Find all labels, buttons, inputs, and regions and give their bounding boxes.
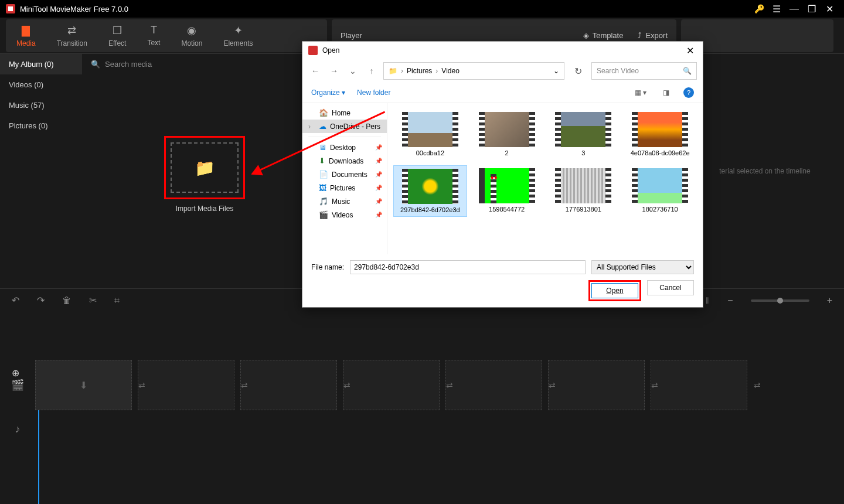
app-icon [6, 4, 15, 13]
tree-node-videos[interactable]: 🎬Videos📌 [302, 208, 387, 222]
template-button[interactable]: ◈Template [583, 31, 624, 40]
zoom-slider[interactable] [751, 299, 809, 302]
file-item[interactable]: 3 [547, 109, 621, 159]
file-item[interactable]: 1598544772 [470, 165, 544, 217]
minimize-icon[interactable]: — [785, 0, 803, 18]
swap-icon[interactable]: ⇄ [754, 380, 761, 390]
view-mode-button[interactable]: ▦ ▾ [632, 88, 649, 97]
tab-motion[interactable]: ◉Motion [171, 19, 213, 52]
cancel-button[interactable]: Cancel [647, 280, 694, 295]
dialog-toolbar: Organize ▾ New folder ▦ ▾ ◨ ? [302, 83, 703, 103]
file-thumbnail [479, 112, 535, 147]
nav-recent-button[interactable]: ⌄ [346, 66, 360, 76]
dialog-footer: File name: All Supported Files Open Canc… [302, 254, 703, 307]
add-track-button[interactable]: ⊕ [12, 367, 19, 379]
tree-node-documents[interactable]: 📄Documents📌 [302, 168, 387, 181]
breadcrumb-item[interactable]: Pictures [407, 67, 432, 75]
elements-icon: ✦ [234, 24, 243, 37]
nav-back-button[interactable]: ← [308, 66, 322, 76]
motion-icon: ◉ [187, 24, 196, 37]
swap-icon[interactable]: ⇄ [549, 380, 556, 390]
clip-slot[interactable]: ⇄ [240, 360, 337, 410]
open-button[interactable]: Open [591, 283, 638, 298]
zoom-out-button[interactable]: − [727, 295, 733, 306]
clip-slot[interactable]: ⇄ [548, 360, 645, 410]
file-thumbnail [555, 168, 611, 203]
split-button[interactable]: ✂ [89, 295, 97, 306]
close-icon[interactable]: ✕ [821, 0, 838, 18]
dialog-search-input[interactable]: Search Video 🔍 [591, 62, 697, 80]
tab-transition[interactable]: ⇄Transition [46, 19, 98, 52]
file-filter-select[interactable]: All Supported Files [591, 260, 694, 274]
file-item[interactable]: 2 [470, 109, 544, 159]
transition-icon: ⇄ [67, 24, 76, 37]
search-media-input[interactable]: 🔍Search media [91, 60, 152, 69]
file-item[interactable]: 297bd842-6d702e3d [393, 165, 467, 217]
help-button[interactable]: ? [683, 87, 694, 98]
refresh-button[interactable]: ↻ [569, 66, 587, 77]
folder-tree: 🏠Home ›☁OneDrive - Pers 🖥Desktop📌 ⬇Downl… [302, 103, 387, 254]
export-button[interactable]: ⤴Export [638, 31, 668, 40]
tab-text-label: Text [147, 39, 160, 47]
tree-node-pictures[interactable]: 🖼Pictures📌 [302, 181, 387, 195]
clip-slot[interactable]: ⇄ [445, 360, 542, 410]
clip-slot[interactable]: ⬇⇄ [35, 360, 132, 410]
tab-media[interactable]: ▇Media [6, 19, 46, 52]
drop-icon: ⬇ [80, 380, 87, 391]
breadcrumb-item[interactable]: Video [441, 67, 459, 75]
nav-forward-button[interactable]: → [327, 66, 341, 76]
file-item[interactable]: 1802736710 [623, 165, 697, 217]
menu-icon[interactable]: ☰ [768, 0, 785, 18]
crop-button[interactable]: ⌗ [114, 295, 120, 306]
sidebar-item-album[interactable]: My Album (0) [0, 54, 82, 74]
import-media-button[interactable]: 📁 [164, 136, 245, 199]
tab-text[interactable]: TText [137, 19, 171, 52]
sidebar-item-pictures[interactable]: Pictures (0) [0, 115, 82, 136]
download-icon: ⬇ [319, 156, 325, 165]
swap-icon[interactable]: ⇄ [241, 380, 248, 390]
folder-icon: ▇ [22, 24, 30, 37]
nav-up-button[interactable]: ↑ [365, 66, 379, 76]
no-selection-hint: terial selected on the timeline [719, 167, 810, 175]
player-label: Player [341, 31, 362, 40]
new-folder-button[interactable]: New folder [357, 88, 390, 97]
dialog-close-button[interactable]: ✕ [683, 45, 697, 56]
file-item[interactable]: 00cdba12 [393, 109, 467, 159]
delete-button[interactable]: 🗑 [62, 295, 72, 306]
file-item[interactable]: 4e078a08-dc09e62e [623, 109, 697, 159]
undo-button[interactable]: ↶ [12, 295, 19, 306]
cloud-icon: ☁ [319, 122, 326, 131]
swap-icon[interactable]: ⇄ [651, 380, 658, 390]
clip-slot[interactable]: ⇄ [138, 360, 234, 410]
sidebar-item-music[interactable]: Music (57) [0, 95, 82, 115]
key-icon[interactable]: 🔑 [750, 0, 768, 18]
preview-pane-button[interactable]: ◨ [661, 88, 672, 97]
organize-button[interactable]: Organize ▾ [311, 88, 345, 97]
maximize-icon[interactable]: ❐ [803, 0, 821, 18]
audio-icon[interactable]: ⫴ [706, 295, 710, 306]
file-name-label: 1598544772 [489, 206, 525, 213]
file-item[interactable]: 1776913801 [547, 165, 621, 217]
open-button-highlight: Open [588, 280, 641, 301]
template-icon: ◈ [583, 31, 589, 40]
swap-icon[interactable]: ⇄ [343, 380, 350, 390]
zoom-in-button[interactable]: + [827, 295, 832, 306]
file-name-label: 00cdba12 [416, 149, 444, 156]
swap-icon[interactable]: ⇄ [138, 380, 145, 390]
tree-node-downloads[interactable]: ⬇Downloads📌 [302, 154, 387, 168]
redo-button[interactable]: ↷ [37, 295, 45, 306]
swap-icon[interactable]: ⇄ [446, 380, 453, 390]
tab-effect[interactable]: ❐Effect [98, 19, 137, 52]
tree-node-music[interactable]: 🎵Music📌 [302, 195, 387, 208]
sidebar-item-videos[interactable]: Videos (0) [0, 74, 82, 95]
breadcrumb[interactable]: 📁 › Pictures › Video ⌄ [383, 62, 564, 80]
tab-effect-label: Effect [108, 39, 126, 47]
pin-icon: 📌 [375, 185, 382, 191]
search-icon: 🔍 [683, 67, 692, 75]
clip-slot[interactable]: ⇄ [651, 360, 747, 410]
chevron-down-icon[interactable]: ⌄ [553, 67, 559, 75]
file-name-label: 1776913801 [566, 206, 601, 213]
filename-input[interactable] [350, 260, 586, 274]
tab-elements[interactable]: ✦Elements [213, 19, 263, 52]
clip-slot[interactable]: ⇄ [343, 360, 440, 410]
